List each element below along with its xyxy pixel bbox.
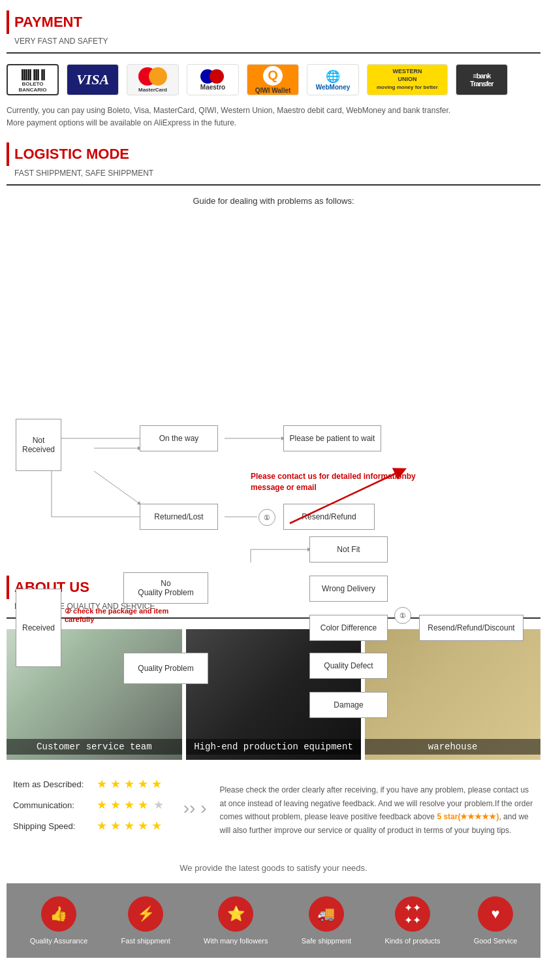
rating-row-item: Item as Described: ★ ★ ★ ★ ★: [13, 777, 170, 791]
logistic-subtitle: FAST SHIPPMENT, SAFE SHIPPMENT: [14, 169, 540, 178]
safe-icon-label: Safe shippment: [302, 937, 351, 945]
rating-label-ship: Shipping Speed:: [13, 821, 91, 831]
webmoney-icon: 🌐: [316, 69, 351, 84]
color-difference-box: Color Difference: [309, 615, 388, 641]
icon-fast: ⚡ Fast shippment: [121, 896, 170, 945]
damage-box: Damage: [309, 692, 388, 718]
service-icon-circle: ♥: [478, 896, 513, 932]
maestro-text: Maestro: [200, 84, 225, 91]
check-package-text: ② check the package and item carefully: [65, 607, 169, 623]
payment-subtitle: VERY FAST AND SAFETY: [14, 37, 540, 46]
payment-bar: [7, 10, 9, 34]
mc-circles: [138, 67, 167, 86]
mc-orange-circle: [149, 67, 167, 86]
western-text: WESTERNUNIONmoving money for better: [377, 68, 438, 91]
please-be-patient-box: Please be patient to wait: [283, 425, 381, 451]
bank-transfer-logo: ≡bankTransfer: [456, 64, 508, 95]
service-icon-label: Good Service: [474, 937, 518, 945]
payment-line: [7, 52, 540, 54]
logistic-header: LOGISTIC MODE: [7, 142, 540, 166]
rating-row-ship: Shipping Speed: ★ ★ ★ ★ ★: [13, 819, 170, 833]
icon-quality: 👍 Quality Assurance: [30, 896, 88, 945]
logistic-bar: [7, 142, 9, 166]
mastercard-logo: MasterCard: [127, 64, 179, 95]
rating-stars-ship: ★ ★ ★ ★ ★: [97, 819, 162, 833]
warehouse-label: warehouse: [365, 739, 540, 755]
kinds-icon-label: Kinds of products: [384, 937, 440, 945]
icon-followers: ⭐ With many followers: [204, 896, 268, 945]
payment-desc-line2: More payment options will be available o…: [7, 117, 540, 129]
icon-kinds: ✦✦✦✦ Kinds of products: [384, 896, 440, 945]
bottom-icons: 👍 Quality Assurance ⚡ Fast shippment ⭐ W…: [13, 896, 534, 945]
fast-icon-circle: ⚡: [128, 896, 163, 932]
webmoney-text: WebMoney: [316, 84, 351, 91]
bottom-icons-section: 👍 Quality Assurance ⚡ Fast shippment ⭐ W…: [7, 883, 540, 958]
satisfaction-text: We provide the latest goods to satisfy y…: [7, 863, 540, 873]
quality-icon-label: Quality Assurance: [30, 937, 88, 945]
webmoney-logo: 🌐 WebMoney: [307, 64, 359, 95]
western-union-logo: WESTERNUNIONmoving money for better: [367, 64, 448, 95]
quality-icon-circle: 👍: [41, 896, 76, 932]
logistic-section: LOGISTIC MODE FAST SHIPPMENT, SAFE SHIPP…: [0, 136, 547, 569]
quality-problem-box: Quality Problem: [123, 653, 208, 684]
boleto-logo: ||||| ||| || BOLETOBANCARIO: [7, 64, 59, 95]
resend-refund-discount-box: Resend/Refund/Discount: [419, 615, 524, 641]
payment-desc-line1: Currently, you can pay using Boleto, Vis…: [7, 105, 540, 117]
rating-star-empty: ★: [153, 798, 164, 812]
about-header: ABOUT US: [7, 576, 540, 599]
rating-row-comm: Communication: ★ ★ ★ ★ ★: [13, 798, 170, 812]
safe-icon-circle: 🚚: [309, 896, 344, 932]
guide-title: Guide for dealing with problems as follo…: [7, 196, 540, 206]
qiwi-icon: Q: [263, 66, 283, 86]
on-the-way-box: On the way: [140, 425, 218, 451]
ratings-right: Please check the order clearly after rec…: [220, 777, 534, 840]
ratings-left: Item as Described: ★ ★ ★ ★ ★ Communicati…: [13, 777, 170, 840]
svg-line-1: [94, 471, 140, 504]
machine-label: High-end production equipment: [186, 739, 362, 755]
qiwi-logo: Q QIWI Wallet: [247, 64, 299, 95]
ratings-section: Item as Described: ★ ★ ★ ★ ★ Communicati…: [7, 770, 540, 853]
flow-diagram: Not Received On the way Returned/Lost Pl…: [9, 216, 538, 563]
fast-icon-label: Fast shippment: [121, 937, 170, 945]
payment-section: PAYMENT VERY FAST AND SAFETY ||||| ||| |…: [0, 0, 547, 136]
payment-header: PAYMENT: [7, 10, 540, 34]
maestro-logo: Maestro: [187, 64, 239, 95]
boleto-barcode: ||||| ||| ||: [18, 67, 46, 81]
boleto-text: BOLETOBANCARIO: [18, 81, 46, 93]
bank-text: ≡bankTransfer: [470, 72, 493, 88]
no-quality-problem-box: No Quality Problem: [123, 572, 208, 604]
payment-logos: ||||| ||| || BOLETOBANCARIO VISA MasterC…: [7, 64, 540, 95]
followers-icon-label: With many followers: [204, 937, 268, 945]
mc-label: MasterCard: [138, 87, 167, 93]
payment-title: PAYMENT: [14, 14, 82, 31]
qiwi-text: QIWI Wallet: [255, 87, 291, 94]
logistic-title: LOGISTIC MODE: [14, 146, 129, 163]
rating-stars-comm: ★ ★ ★ ★: [97, 798, 148, 812]
followers-icon-circle: ⭐: [218, 896, 253, 932]
kinds-icon-circle: ✦✦✦✦: [395, 896, 430, 932]
icon-safe: 🚚 Safe shippment: [302, 896, 351, 945]
rating-label-item: Item as Described:: [13, 779, 91, 789]
payment-description: Currently, you can pay using Boleto, Vis…: [7, 105, 540, 129]
red-arrow-svg: [244, 465, 427, 530]
logistic-line: [7, 184, 540, 186]
office-label: Customer service team: [7, 739, 182, 755]
quality-defect-box: Quality Defect: [309, 653, 388, 679]
visa-text: VISA: [76, 71, 109, 88]
warehouse-image: warehouse: [365, 629, 540, 760]
not-received-box: Not Received: [16, 419, 61, 471]
rating-stars-item: ★ ★ ★ ★ ★: [97, 777, 162, 791]
svg-line-24: [290, 471, 401, 523]
about-bar: [7, 576, 9, 599]
returned-lost-box: Returned/Lost: [140, 504, 218, 530]
double-arrow: ›› ›: [183, 777, 207, 840]
not-fit-box: Not Fit: [309, 536, 388, 563]
about-images: Customer service team High-end productio…: [7, 629, 540, 760]
rating-label-comm: Communication:: [13, 800, 91, 810]
visa-logo: VISA: [67, 64, 119, 95]
icon-service: ♥ Good Service: [474, 896, 518, 945]
star-highlight: 5 star(★★★★★): [437, 812, 499, 821]
wrong-delivery-box: Wrong Delivery: [309, 576, 388, 602]
received-box: Received: [16, 589, 61, 667]
